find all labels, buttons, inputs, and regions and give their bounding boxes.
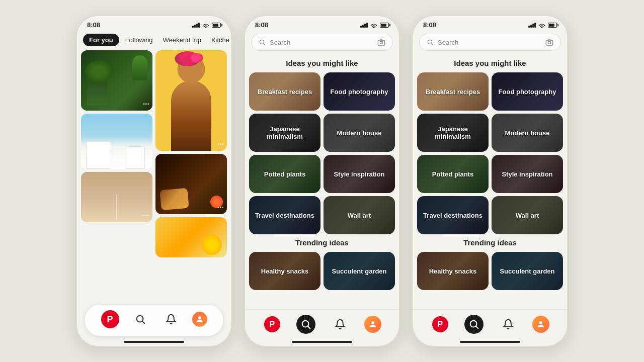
idea-card-japanese-2[interactable]: Japanese minimalism: [249, 114, 320, 152]
trending-card-succulent-2[interactable]: Succulent garden: [324, 252, 395, 290]
idea-label-travel-3: Travel destinations: [417, 196, 489, 234]
trending-card-succulent-3[interactable]: Succulent garden: [492, 252, 563, 290]
pinterest-logo-btn[interactable]: P: [101, 310, 119, 328]
phone-2-search: 8:08 Search: [244, 15, 400, 347]
phone-1-content: For you Following Weekend trip Kitche ··…: [77, 31, 231, 346]
home-indicator-3: [460, 341, 520, 343]
wifi-icon: [202, 22, 209, 28]
trending-section-3: Trending ideas Healthy snacks Succulent …: [417, 238, 563, 290]
battery-icon-2: [380, 23, 389, 28]
signal-icon-2: [360, 23, 368, 28]
notifications-btn-2[interactable]: [331, 315, 350, 334]
trending-label-succulent-3: Succulent garden: [492, 252, 563, 290]
svg-point-2: [198, 316, 201, 319]
idea-card-food-photo-2[interactable]: Food photography: [324, 72, 395, 111]
idea-card-japanese-3[interactable]: Japanese minimalism: [417, 114, 489, 152]
trending-label-healthy-2: Healthy snacks: [249, 252, 320, 290]
svg-point-16: [539, 321, 542, 324]
bar2: [194, 25, 196, 28]
idea-label-breakfast-3: Breakfast recipes: [417, 72, 489, 111]
camera-icon-3[interactable]: [545, 38, 553, 46]
ideas-grid-3: Breakfast recipes Food photography Japan…: [417, 72, 563, 234]
idea-label-food-photo-3: Food photography: [492, 72, 563, 111]
search-bar-3[interactable]: Search: [419, 34, 561, 51]
idea-card-modern-3[interactable]: Modern house: [492, 114, 563, 152]
idea-label-style-3: Style inspiration: [492, 155, 563, 193]
notifications-btn-3[interactable]: [499, 315, 518, 334]
trending-grid-2: Healthy snacks Succulent garden: [249, 252, 395, 290]
idea-card-food-photo-3[interactable]: Food photography: [492, 72, 563, 111]
idea-label-wall-2: Wall art: [324, 196, 395, 234]
idea-card-wall-2[interactable]: Wall art: [324, 196, 395, 234]
phone-3-content: Search Ideas you might like Breakfast re…: [413, 31, 567, 346]
battery-icon: [212, 23, 221, 28]
tab-following[interactable]: Following: [121, 34, 157, 46]
scroll-content-2: Ideas you might like Breakfast recipes F…: [245, 55, 399, 309]
idea-card-potted-2[interactable]: Potted plants: [249, 155, 320, 193]
battery-fill: [213, 24, 218, 27]
pin-card-food[interactable]: ···: [155, 154, 227, 214]
search-bar-2[interactable]: Search: [251, 34, 393, 51]
search-active-btn-3[interactable]: [464, 315, 484, 334]
dots-menu-3[interactable]: ···: [217, 140, 224, 149]
trending-title-2: Trending ideas: [249, 238, 395, 247]
idea-card-breakfast-3[interactable]: Breakfast recipes: [417, 72, 489, 111]
trending-card-healthy-3[interactable]: Healthy snacks: [417, 252, 489, 290]
bottom-nav-1: P: [85, 305, 223, 336]
idea-label-modern-2: Modern house: [324, 114, 395, 152]
idea-label-japanese-3: Japanese minimalism: [417, 114, 489, 152]
pin-card-citrus[interactable]: [155, 217, 227, 257]
notifications-btn-1[interactable]: [162, 310, 181, 329]
status-bar-3: 8:08: [413, 16, 567, 31]
search-active-btn-2[interactable]: [296, 315, 315, 334]
trending-grid-3: Healthy snacks Succulent garden: [417, 252, 563, 290]
pinterest-nav-2[interactable]: P: [263, 315, 282, 334]
profile-avatar-1[interactable]: [192, 312, 207, 327]
idea-card-travel-3[interactable]: Travel destinations: [417, 196, 489, 234]
tab-for-you[interactable]: For you: [83, 34, 119, 46]
signal-icon: [192, 23, 200, 28]
dots-menu-4[interactable]: ···: [217, 203, 224, 212]
dots-menu-1[interactable]: ···: [143, 100, 149, 109]
status-icons-3: [528, 22, 557, 29]
pin-card-plant[interactable]: ···: [81, 50, 152, 111]
profile-avatar-2[interactable]: [364, 316, 381, 333]
search-btn-1[interactable]: [131, 310, 150, 329]
status-icons-1: [192, 22, 221, 28]
search-bar-container-2: Search: [245, 31, 399, 55]
idea-card-style-2[interactable]: Style inspiration: [324, 155, 395, 193]
status-icons-2: [360, 22, 389, 29]
phone-3-search: 8:08 Search: [412, 15, 568, 347]
dots-menu-2[interactable]: ···: [143, 158, 149, 167]
svg-line-15: [476, 326, 478, 328]
pin-card-desert[interactable]: ···: [81, 172, 152, 222]
svg-line-4: [264, 44, 265, 45]
phones-container: 8:08 For you Following: [0, 0, 644, 362]
idea-card-style-3[interactable]: Style inspiration: [492, 155, 563, 193]
status-bar-2: 8:08: [245, 16, 399, 31]
idea-card-modern-2[interactable]: Modern house: [324, 114, 395, 152]
masonry-feed: ··· ··· ···: [77, 50, 231, 301]
pinterest-nav-3[interactable]: P: [431, 315, 450, 334]
idea-label-potted-3: Potted plants: [417, 155, 489, 193]
tab-weekend[interactable]: Weekend trip: [159, 34, 205, 46]
ideas-title-3: Ideas you might like: [417, 59, 563, 67]
phone-1-home: 8:08 For you Following: [76, 15, 232, 347]
idea-card-travel-2[interactable]: Travel destinations: [249, 196, 320, 234]
wifi-icon-2: [370, 22, 377, 29]
pin-card-greece[interactable]: ···: [81, 114, 152, 169]
pin-card-woman[interactable]: ···: [155, 50, 227, 151]
idea-label-food-photo-2: Food photography: [324, 72, 395, 111]
trending-card-healthy-2[interactable]: Healthy snacks: [249, 252, 320, 290]
status-bar-1: 8:08: [77, 16, 231, 31]
dots-menu-5[interactable]: ···: [143, 211, 149, 220]
idea-card-potted-3[interactable]: Potted plants: [417, 155, 489, 193]
camera-icon-2[interactable]: [377, 38, 385, 46]
left-col: ··· ··· ···: [81, 50, 152, 301]
bottom-nav-3: P: [413, 309, 567, 341]
tab-kitchen[interactable]: Kitche: [207, 34, 231, 46]
profile-avatar-3[interactable]: [532, 316, 549, 333]
idea-card-wall-3[interactable]: Wall art: [492, 196, 563, 234]
idea-card-breakfast-2[interactable]: Breakfast recipes: [249, 72, 320, 111]
search-icon-2: [259, 39, 266, 46]
